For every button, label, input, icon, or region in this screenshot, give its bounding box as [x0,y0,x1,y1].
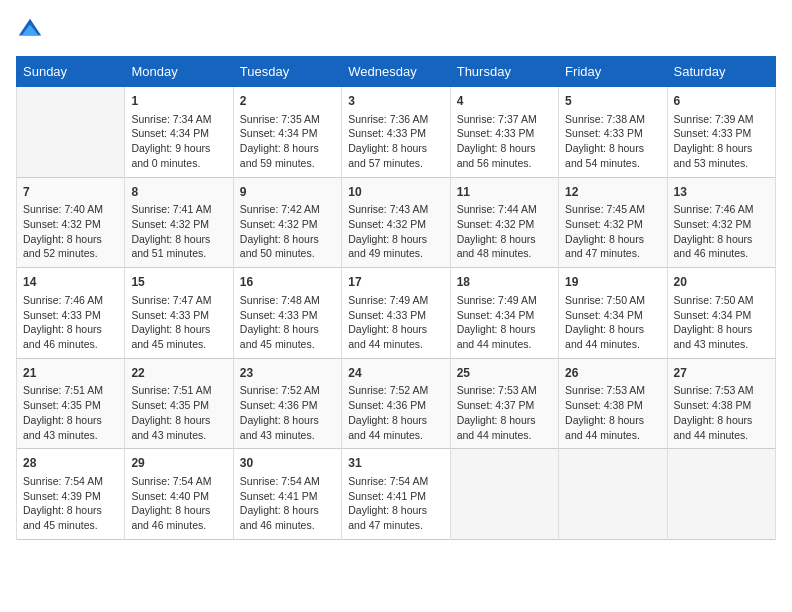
day-info: Sunrise: 7:47 AM Sunset: 4:33 PM Dayligh… [131,293,226,352]
column-header-monday: Monday [125,57,233,87]
calendar-cell: 13Sunrise: 7:46 AM Sunset: 4:32 PM Dayli… [667,177,775,268]
calendar-table: SundayMondayTuesdayWednesdayThursdayFrid… [16,56,776,540]
calendar-cell: 4Sunrise: 7:37 AM Sunset: 4:33 PM Daylig… [450,87,558,178]
day-info: Sunrise: 7:34 AM Sunset: 4:34 PM Dayligh… [131,112,226,171]
day-number: 11 [457,184,552,201]
day-info: Sunrise: 7:49 AM Sunset: 4:34 PM Dayligh… [457,293,552,352]
calendar-cell: 22Sunrise: 7:51 AM Sunset: 4:35 PM Dayli… [125,358,233,449]
day-info: Sunrise: 7:36 AM Sunset: 4:33 PM Dayligh… [348,112,443,171]
logo-icon [16,16,44,44]
day-number: 29 [131,455,226,472]
day-info: Sunrise: 7:35 AM Sunset: 4:34 PM Dayligh… [240,112,335,171]
day-info: Sunrise: 7:51 AM Sunset: 4:35 PM Dayligh… [23,383,118,442]
calendar-cell: 12Sunrise: 7:45 AM Sunset: 4:32 PM Dayli… [559,177,667,268]
day-number: 26 [565,365,660,382]
day-info: Sunrise: 7:46 AM Sunset: 4:33 PM Dayligh… [23,293,118,352]
day-number: 20 [674,274,769,291]
day-info: Sunrise: 7:41 AM Sunset: 4:32 PM Dayligh… [131,202,226,261]
column-header-sunday: Sunday [17,57,125,87]
day-number: 2 [240,93,335,110]
calendar-week-2: 7Sunrise: 7:40 AM Sunset: 4:32 PM Daylig… [17,177,776,268]
day-number: 22 [131,365,226,382]
page-header [16,16,776,44]
day-number: 1 [131,93,226,110]
calendar-cell: 19Sunrise: 7:50 AM Sunset: 4:34 PM Dayli… [559,268,667,359]
day-info: Sunrise: 7:45 AM Sunset: 4:32 PM Dayligh… [565,202,660,261]
day-info: Sunrise: 7:50 AM Sunset: 4:34 PM Dayligh… [674,293,769,352]
day-info: Sunrise: 7:53 AM Sunset: 4:38 PM Dayligh… [565,383,660,442]
column-header-thursday: Thursday [450,57,558,87]
day-info: Sunrise: 7:48 AM Sunset: 4:33 PM Dayligh… [240,293,335,352]
calendar-week-3: 14Sunrise: 7:46 AM Sunset: 4:33 PM Dayli… [17,268,776,359]
calendar-body: 1Sunrise: 7:34 AM Sunset: 4:34 PM Daylig… [17,87,776,540]
day-number: 4 [457,93,552,110]
calendar-cell: 18Sunrise: 7:49 AM Sunset: 4:34 PM Dayli… [450,268,558,359]
column-header-friday: Friday [559,57,667,87]
day-info: Sunrise: 7:43 AM Sunset: 4:32 PM Dayligh… [348,202,443,261]
day-number: 23 [240,365,335,382]
day-info: Sunrise: 7:52 AM Sunset: 4:36 PM Dayligh… [240,383,335,442]
calendar-cell: 31Sunrise: 7:54 AM Sunset: 4:41 PM Dayli… [342,449,450,540]
calendar-week-5: 28Sunrise: 7:54 AM Sunset: 4:39 PM Dayli… [17,449,776,540]
calendar-cell: 25Sunrise: 7:53 AM Sunset: 4:37 PM Dayli… [450,358,558,449]
calendar-cell [667,449,775,540]
day-info: Sunrise: 7:54 AM Sunset: 4:39 PM Dayligh… [23,474,118,533]
calendar-cell [17,87,125,178]
day-number: 27 [674,365,769,382]
calendar-cell: 26Sunrise: 7:53 AM Sunset: 4:38 PM Dayli… [559,358,667,449]
day-info: Sunrise: 7:44 AM Sunset: 4:32 PM Dayligh… [457,202,552,261]
day-number: 7 [23,184,118,201]
calendar-cell: 11Sunrise: 7:44 AM Sunset: 4:32 PM Dayli… [450,177,558,268]
calendar-cell: 5Sunrise: 7:38 AM Sunset: 4:33 PM Daylig… [559,87,667,178]
day-number: 28 [23,455,118,472]
day-number: 17 [348,274,443,291]
day-info: Sunrise: 7:54 AM Sunset: 4:41 PM Dayligh… [348,474,443,533]
day-info: Sunrise: 7:53 AM Sunset: 4:38 PM Dayligh… [674,383,769,442]
day-info: Sunrise: 7:52 AM Sunset: 4:36 PM Dayligh… [348,383,443,442]
calendar-header: SundayMondayTuesdayWednesdayThursdayFrid… [17,57,776,87]
day-number: 3 [348,93,443,110]
day-number: 9 [240,184,335,201]
calendar-cell: 15Sunrise: 7:47 AM Sunset: 4:33 PM Dayli… [125,268,233,359]
day-number: 18 [457,274,552,291]
day-info: Sunrise: 7:53 AM Sunset: 4:37 PM Dayligh… [457,383,552,442]
day-number: 10 [348,184,443,201]
day-info: Sunrise: 7:40 AM Sunset: 4:32 PM Dayligh… [23,202,118,261]
day-info: Sunrise: 7:54 AM Sunset: 4:41 PM Dayligh… [240,474,335,533]
calendar-cell: 21Sunrise: 7:51 AM Sunset: 4:35 PM Dayli… [17,358,125,449]
day-info: Sunrise: 7:49 AM Sunset: 4:33 PM Dayligh… [348,293,443,352]
calendar-week-1: 1Sunrise: 7:34 AM Sunset: 4:34 PM Daylig… [17,87,776,178]
day-number: 16 [240,274,335,291]
day-number: 31 [348,455,443,472]
day-number: 15 [131,274,226,291]
calendar-week-4: 21Sunrise: 7:51 AM Sunset: 4:35 PM Dayli… [17,358,776,449]
calendar-cell: 6Sunrise: 7:39 AM Sunset: 4:33 PM Daylig… [667,87,775,178]
day-number: 14 [23,274,118,291]
calendar-cell: 17Sunrise: 7:49 AM Sunset: 4:33 PM Dayli… [342,268,450,359]
calendar-cell: 2Sunrise: 7:35 AM Sunset: 4:34 PM Daylig… [233,87,341,178]
calendar-cell: 23Sunrise: 7:52 AM Sunset: 4:36 PM Dayli… [233,358,341,449]
day-number: 13 [674,184,769,201]
day-info: Sunrise: 7:38 AM Sunset: 4:33 PM Dayligh… [565,112,660,171]
calendar-cell: 8Sunrise: 7:41 AM Sunset: 4:32 PM Daylig… [125,177,233,268]
calendar-cell: 9Sunrise: 7:42 AM Sunset: 4:32 PM Daylig… [233,177,341,268]
column-header-wednesday: Wednesday [342,57,450,87]
header-row: SundayMondayTuesdayWednesdayThursdayFrid… [17,57,776,87]
day-number: 25 [457,365,552,382]
day-info: Sunrise: 7:39 AM Sunset: 4:33 PM Dayligh… [674,112,769,171]
day-number: 21 [23,365,118,382]
calendar-cell [559,449,667,540]
day-info: Sunrise: 7:37 AM Sunset: 4:33 PM Dayligh… [457,112,552,171]
day-number: 30 [240,455,335,472]
day-number: 5 [565,93,660,110]
calendar-cell: 30Sunrise: 7:54 AM Sunset: 4:41 PM Dayli… [233,449,341,540]
calendar-cell: 20Sunrise: 7:50 AM Sunset: 4:34 PM Dayli… [667,268,775,359]
calendar-cell: 16Sunrise: 7:48 AM Sunset: 4:33 PM Dayli… [233,268,341,359]
calendar-cell: 10Sunrise: 7:43 AM Sunset: 4:32 PM Dayli… [342,177,450,268]
calendar-cell: 1Sunrise: 7:34 AM Sunset: 4:34 PM Daylig… [125,87,233,178]
calendar-cell [450,449,558,540]
day-number: 24 [348,365,443,382]
calendar-cell: 24Sunrise: 7:52 AM Sunset: 4:36 PM Dayli… [342,358,450,449]
day-number: 6 [674,93,769,110]
calendar-cell: 7Sunrise: 7:40 AM Sunset: 4:32 PM Daylig… [17,177,125,268]
